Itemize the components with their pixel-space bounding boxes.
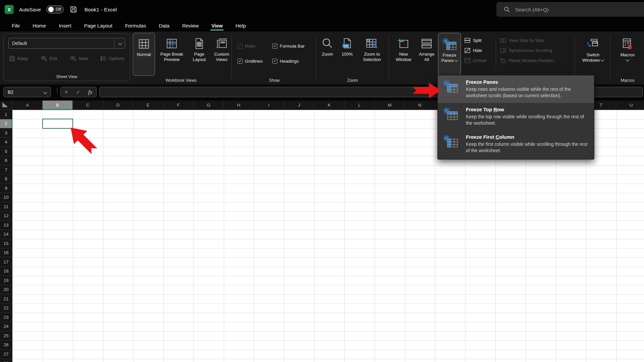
gridlines-checkbox[interactable]: ✓ Gridlines <box>237 59 263 64</box>
row-header-28[interactable]: 28 <box>0 359 12 362</box>
menu-item-description: Keep the top row visible while scrolling… <box>466 114 589 126</box>
headings-checkbox[interactable]: ✓ Headings <box>272 59 299 64</box>
row-header-15[interactable]: 15 <box>0 239 12 248</box>
zoom-button[interactable]: Zoom <box>317 33 337 76</box>
unhide-icon <box>464 58 471 63</box>
drag-handle-icon[interactable]: ⋮ <box>54 87 60 94</box>
page-break-preview-button[interactable]: Page BreakPreview <box>156 33 188 76</box>
row-header-1[interactable]: 1 <box>0 110 12 119</box>
save-button[interactable] <box>70 6 77 13</box>
column-header-f[interactable]: F <box>163 101 194 110</box>
sheet-view-value: Default <box>12 41 27 46</box>
split-button[interactable]: Split <box>464 37 487 44</box>
arrange-all-button[interactable]: ArrangeAll <box>416 33 437 76</box>
row-header-19[interactable]: 19 <box>0 276 12 285</box>
row-header-21[interactable]: 21 <box>0 294 12 304</box>
row-header-16[interactable]: 16 <box>0 248 12 258</box>
column-header-d[interactable]: D <box>103 101 133 110</box>
tab-view[interactable]: View <box>205 21 229 32</box>
select-all-button[interactable] <box>0 101 12 110</box>
row-header-4[interactable]: 4 <box>0 138 12 147</box>
options-button[interactable]: Options <box>100 56 124 61</box>
hide-button[interactable]: Hide <box>464 47 487 54</box>
row-header-7[interactable]: 7 <box>0 165 12 175</box>
column-header-j[interactable]: J <box>284 101 314 110</box>
normal-view-button[interactable]: Normal <box>133 33 155 76</box>
row-header-8[interactable]: 8 <box>0 175 12 184</box>
column-header-n[interactable]: N <box>405 101 435 110</box>
row-header-10[interactable]: 10 <box>0 193 12 202</box>
enter-button[interactable]: ✓ <box>76 89 80 95</box>
freeze-panes-button[interactable]: FreezePanes <box>438 33 461 76</box>
column-header-b[interactable]: B <box>43 101 73 110</box>
new-sheet-view-button[interactable]: New <box>70 56 88 61</box>
row-header-2[interactable]: 2 <box>0 119 12 129</box>
switch-windows-button[interactable]: SwitchWindows <box>578 33 608 76</box>
menu-item-freeze-top-row[interactable]: Freeze Top Row Keep the top row visible … <box>438 103 594 130</box>
tab-formulas[interactable]: Formulas <box>119 21 153 32</box>
workbook-views-group: Normal Page BreakPreview PageLayout <box>131 32 231 84</box>
tab-help[interactable]: Help <box>229 21 252 32</box>
row-header-3[interactable]: 3 <box>0 128 12 138</box>
row-header-17[interactable]: 17 <box>0 257 12 267</box>
excel-window: X AutoSave Off Book1 - Excel Search (Alt… <box>0 0 644 362</box>
row-header-12[interactable]: 12 <box>0 212 12 221</box>
column-header-e[interactable]: E <box>133 101 163 110</box>
row-header-26[interactable]: 26 <box>0 341 12 350</box>
row-header-22[interactable]: 22 <box>0 304 12 313</box>
column-header-a[interactable]: A <box>12 101 43 110</box>
column-header-u[interactable]: U <box>616 101 644 110</box>
insert-function-button[interactable]: fx <box>88 89 92 95</box>
column-header-g[interactable]: G <box>194 101 224 110</box>
unhide-button[interactable]: Unhide <box>464 57 487 64</box>
custom-views-button[interactable]: CustomViews <box>211 33 233 76</box>
zoom-100-button[interactable]: 100 100% <box>337 33 357 76</box>
column-header-m[interactable]: M <box>375 101 405 110</box>
formula-bar-checkbox[interactable]: ✓ Formula Bar <box>272 44 305 49</box>
row-header-5[interactable]: 5 <box>0 147 12 156</box>
row-header-24[interactable]: 24 <box>0 322 12 331</box>
row-header-23[interactable]: 23 <box>0 313 12 322</box>
view-side-by-side-button[interactable]: View Side by Side <box>500 37 554 44</box>
name-box[interactable]: B2 <box>3 87 51 97</box>
page-layout-icon <box>194 38 205 50</box>
autosave-toggle[interactable]: Off <box>46 5 64 13</box>
row-header-18[interactable]: 18 <box>0 267 12 276</box>
page-layout-button[interactable]: PageLayout <box>189 33 210 76</box>
column-header-i[interactable]: I <box>254 101 284 110</box>
row-header-11[interactable]: 11 <box>0 202 12 212</box>
menu-item-freeze-first-column[interactable]: Freeze First Column Keep the first colum… <box>438 130 594 158</box>
column-header-h[interactable]: H <box>224 101 254 110</box>
row-header-9[interactable]: 9 <box>0 184 12 193</box>
row-header-27[interactable]: 27 <box>0 350 12 359</box>
keep-button[interactable]: Keep <box>9 55 28 62</box>
sheet-view-select[interactable]: Default <box>8 38 125 49</box>
row-header-6[interactable]: 6 <box>0 156 12 166</box>
ribbon-tabs: FileHomeInsertPage LayoutFormulasDataRev… <box>0 19 644 32</box>
zoom-group: Zoom 100 100% <box>317 32 388 84</box>
tab-page-layout[interactable]: Page Layout <box>78 21 119 32</box>
tab-file[interactable]: File <box>5 21 26 32</box>
row-header-20[interactable]: 20 <box>0 285 12 295</box>
tab-insert[interactable]: Insert <box>52 21 78 32</box>
tab-home[interactable]: Home <box>26 21 52 32</box>
chevron-down-icon <box>43 90 47 94</box>
reset-window-position-button[interactable]: Reset Window Position <box>500 57 554 64</box>
row-header-14[interactable]: 14 <box>0 230 12 239</box>
search-box[interactable]: Search (Alt+Q) <box>496 2 644 17</box>
zoom-to-selection-button[interactable]: Zoom toSelection <box>357 33 387 76</box>
column-header-c[interactable]: C <box>73 101 103 110</box>
row-header-25[interactable]: 25 <box>0 331 12 341</box>
tab-review[interactable]: Review <box>176 21 205 32</box>
synchronous-scrolling-button[interactable]: Synchronous Scrolling <box>500 47 554 54</box>
exit-button[interactable]: Exit <box>41 56 57 61</box>
ruler-checkbox[interactable]: ✓ Ruler <box>237 44 256 49</box>
column-header-l[interactable]: L <box>344 101 375 110</box>
cancel-button[interactable]: × <box>65 89 68 95</box>
menu-item-freeze-panes[interactable]: Freeze Panes Keep rows and columns visib… <box>438 75 594 103</box>
macros-button[interactable]: Macros <box>614 33 641 76</box>
column-header-k[interactable]: K <box>314 101 344 110</box>
new-window-button[interactable]: NewWindow <box>392 33 415 76</box>
row-header-13[interactable]: 13 <box>0 221 12 230</box>
tab-data[interactable]: Data <box>152 21 176 32</box>
